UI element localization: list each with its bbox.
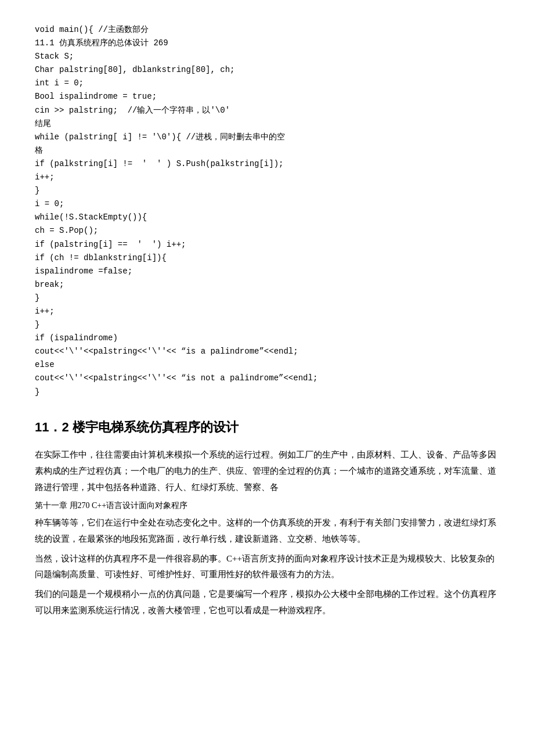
- code-block: void main(){ //主函数部分 11.1 仿真系统程序的总体设计 26…: [35, 23, 499, 399]
- paragraph-2: 种车辆等等，它们在运行中全处在动态变化之中。这样的一个仿真系统的开发，有利于有关…: [35, 515, 499, 548]
- section-header: 11．2 楼宇电梯系统仿真程序的设计: [35, 416, 499, 438]
- section-number: 11．2: [35, 420, 73, 434]
- section-title: 11．2 楼宇电梯系统仿真程序的设计: [35, 416, 499, 438]
- chapter-note: 第十一章 用270 C++语言设计面向对象程序: [35, 499, 499, 513]
- paragraph-4: 我们的问题是一个规模稍小一点的仿真问题，它是要编写一个程序，模拟办公大楼中全部电…: [35, 586, 499, 619]
- section-title-text: 楼宇电梯系统仿真程序的设计: [73, 420, 239, 434]
- paragraph-1: 在实际工作中，往往需要由计算机来模拟一个系统的运行过程。例如工厂的生产中，由原材…: [35, 447, 499, 495]
- code-section: void main(){ //主函数部分 11.1 仿真系统程序的总体设计 26…: [35, 23, 499, 399]
- paragraph-3: 当然，设计这样的仿真程序不是一件很容易的事。C++语言所支持的面向对象程序设计技…: [35, 551, 499, 584]
- content-paragraphs: 在实际工作中，往往需要由计算机来模拟一个系统的运行过程。例如工厂的生产中，由原材…: [35, 447, 499, 619]
